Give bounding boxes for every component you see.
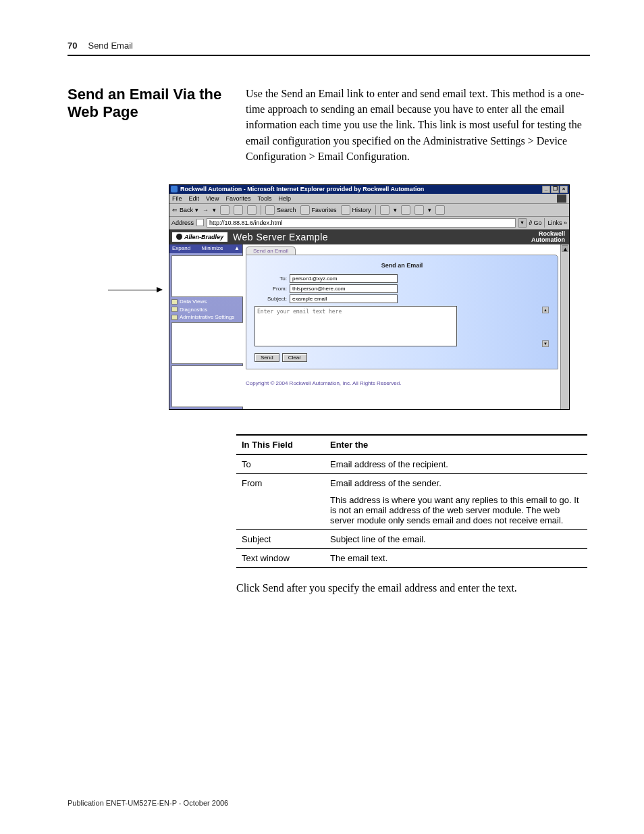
address-bar: Address ▼ ∂ Go Links » xyxy=(169,217,569,230)
table-row: Subject Subject line of the email. xyxy=(236,529,587,548)
textarea-scroll-down-icon[interactable]: ▼ xyxy=(542,340,549,347)
nav-minimize[interactable]: Minimize xyxy=(202,245,223,253)
textarea-scroll-up-icon[interactable]: ▲ xyxy=(542,307,549,313)
print-icon[interactable] xyxy=(401,205,410,215)
main-pane: ▲ Send an Email Send an Email To: From: xyxy=(243,244,569,409)
page-icon xyxy=(196,219,204,226)
after-paragraph: Click Send after you specify the email a… xyxy=(236,580,587,596)
toolbar: ⇐ Back ▾ → ▾ Search Favorites History ▾ … xyxy=(169,204,569,217)
cell-desc: Email address of the sender. This addres… xyxy=(325,473,587,529)
browser-window: Rockwell Automation - Microsoft Internet… xyxy=(169,184,570,410)
history-button[interactable]: History xyxy=(341,205,371,215)
menu-help[interactable]: Help xyxy=(278,195,291,202)
nav-admin-settings[interactable]: Administrative Settings xyxy=(171,313,240,321)
page-number: 70 xyxy=(68,41,77,51)
fields-table: In This Field Enter the To Email address… xyxy=(236,434,587,568)
section-body: Use the Send an Email link to enter and … xyxy=(246,86,590,164)
scrollbar[interactable]: ▲ xyxy=(560,244,569,409)
header-rule xyxy=(68,55,590,56)
brand-logo-icon xyxy=(557,194,566,203)
table-header-row: In This Field Enter the xyxy=(236,435,587,454)
back-button[interactable]: ⇐ Back ▾ xyxy=(172,207,198,213)
nav-expand[interactable]: Expand xyxy=(172,245,190,253)
folder-icon xyxy=(171,299,178,305)
send-button[interactable]: Send xyxy=(254,353,279,362)
arrow-annotation xyxy=(108,290,162,290)
menu-tools[interactable]: Tools xyxy=(257,195,271,202)
menu-view[interactable]: View xyxy=(206,195,219,202)
clear-button[interactable]: Clear xyxy=(282,353,307,362)
word-icon[interactable] xyxy=(414,205,424,215)
discuss-icon[interactable] xyxy=(435,205,445,215)
cell-desc: The email text. xyxy=(325,548,587,567)
nav-diagnostics[interactable]: Diagnostics xyxy=(171,306,240,314)
menu-bar: File Edit View Favorites Tools Help xyxy=(169,194,569,204)
maximize-button[interactable]: ❐ xyxy=(551,186,559,193)
window-title: Rockwell Automation - Microsoft Internet… xyxy=(180,186,424,192)
sidebar: Expand Minimize ▲ Home Data Views Diagno… xyxy=(169,244,243,409)
page-header: 70 Send Email xyxy=(68,41,590,55)
subject-input[interactable] xyxy=(290,294,398,303)
rockwell-logo: Rockwell Automation xyxy=(531,231,569,242)
nav-browse-chassis[interactable]: Browse Chassis xyxy=(171,321,240,365)
search-icon xyxy=(265,205,275,215)
forward-button[interactable]: → xyxy=(203,207,209,213)
search-button[interactable]: Search xyxy=(265,205,296,215)
publication-footer: Publication ENET-UM527E-EN-P - October 2… xyxy=(68,799,228,807)
cell-field: Subject xyxy=(236,529,325,548)
nav-data-views[interactable]: Data Views xyxy=(171,298,240,306)
close-button[interactable]: × xyxy=(560,186,568,193)
ie-icon xyxy=(171,186,178,192)
links-label[interactable]: Links » xyxy=(547,219,567,226)
page-title: Web Server Example xyxy=(233,232,531,242)
address-input[interactable] xyxy=(207,218,515,228)
cell-desc: Email address of the recipient. xyxy=(325,454,587,474)
col-field: In This Field xyxy=(236,435,325,454)
minimize-button[interactable]: _ xyxy=(542,186,550,193)
table-row: To Email address of the recipient. xyxy=(236,454,587,474)
folder-icon xyxy=(171,315,178,320)
cell-field: To xyxy=(236,454,325,474)
subject-label: Subject: xyxy=(254,296,287,302)
scroll-up-icon[interactable]: ▲ xyxy=(562,245,568,252)
table-row: Text window The email text. xyxy=(236,548,587,567)
to-label: To: xyxy=(254,276,287,282)
from-input[interactable] xyxy=(290,284,398,293)
nav-scroll-up[interactable]: ▲ xyxy=(234,245,240,253)
menu-file[interactable]: File xyxy=(172,195,182,202)
home-icon[interactable] xyxy=(247,205,257,215)
allen-bradley-badge: Allen-Bradley xyxy=(172,232,227,242)
brand-row: Allen-Bradley Web Server Example Rockwel… xyxy=(169,230,569,244)
table-row: From Email address of the sender. This a… xyxy=(236,473,587,529)
from-label: From: xyxy=(254,286,287,292)
section-title: Send Email xyxy=(88,41,132,51)
favorites-icon xyxy=(300,205,310,215)
favorites-button[interactable]: Favorites xyxy=(300,205,337,215)
section-heading: Send an Email Via the Web Page xyxy=(68,86,230,164)
to-input[interactable] xyxy=(290,274,398,283)
copyright-text: Copyright © 2004 Rockwell Automation, In… xyxy=(246,380,566,386)
address-dropdown[interactable]: ▼ xyxy=(518,218,527,228)
go-button[interactable]: ∂ Go xyxy=(529,219,542,226)
stop-icon[interactable] xyxy=(220,205,230,215)
tab-send-email[interactable]: Send an Email xyxy=(246,246,296,255)
window-titlebar: Rockwell Automation - Microsoft Internet… xyxy=(169,185,569,194)
history-icon xyxy=(341,205,350,215)
cell-desc: Subject line of the email. xyxy=(325,529,587,548)
ab-logo-icon xyxy=(176,234,182,240)
refresh-icon[interactable] xyxy=(234,205,243,215)
send-email-panel: Send an Email To: From: Subject: xyxy=(246,255,558,369)
address-label: Address xyxy=(171,219,194,226)
nav-send-email[interactable]: Send an Email xyxy=(171,365,240,408)
cell-field: From xyxy=(236,473,325,529)
email-body-input[interactable] xyxy=(254,306,457,346)
panel-heading: Send an Email xyxy=(254,262,549,269)
menu-edit[interactable]: Edit xyxy=(189,195,200,202)
folder-icon xyxy=(171,307,178,312)
menu-favorites[interactable]: Favorites xyxy=(225,195,250,202)
col-enter: Enter the xyxy=(325,435,587,454)
cell-field: Text window xyxy=(236,548,325,567)
mail-icon[interactable] xyxy=(380,205,390,215)
nav-home[interactable]: Home xyxy=(171,255,240,298)
